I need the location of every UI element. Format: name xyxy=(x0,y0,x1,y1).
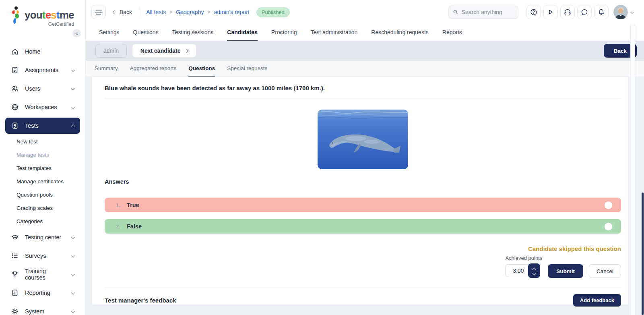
scrollbar-thumb[interactable] xyxy=(642,193,644,315)
chevron-up-icon xyxy=(71,124,75,128)
sidebar-item-tests[interactable]: Tests xyxy=(5,118,80,134)
answer-number: 1. xyxy=(116,202,127,208)
breadcrumb-admins-report[interactable]: admin's report xyxy=(214,9,249,15)
divider xyxy=(105,98,621,99)
chevron-down-icon xyxy=(71,253,75,257)
brand-text: youtestme GetCertified xyxy=(25,6,74,27)
cancel-button[interactable]: Cancel xyxy=(589,264,621,278)
tour-play-button[interactable] xyxy=(543,5,558,19)
sidebar-item-surveys[interactable]: Surveys xyxy=(5,247,80,265)
sidebar-subitem-manage-certificates[interactable]: Manage certificates xyxy=(5,175,80,188)
sidebar-collapse-button[interactable]: « xyxy=(72,29,81,37)
home-icon xyxy=(11,48,19,56)
grading-controls: Achieved points Submit Cancel xyxy=(105,255,621,278)
subtab-aggregated-reports[interactable]: Aggregated reports xyxy=(130,61,177,77)
answer-row-false[interactable]: 2. False xyxy=(105,219,621,234)
breadcrumb-back[interactable]: Back xyxy=(120,9,132,15)
app-root: youtestme GetCertified « Home Assignment… xyxy=(0,0,644,315)
tab-rescheduling-requests[interactable]: Rescheduling requests xyxy=(371,24,428,41)
chevron-down-icon xyxy=(71,309,75,313)
sidebar-item-label: Users xyxy=(25,85,40,92)
question-text: Blue whale sounds have been detected as … xyxy=(105,77,621,91)
sidebar-subitem-manage-tests[interactable]: Manage tests xyxy=(5,148,80,162)
report-subtabs: Summary Aggregated reports Questions Spe… xyxy=(86,61,644,77)
sidebar-subitem-grading-scales[interactable]: Grading scales xyxy=(5,201,80,215)
help-button[interactable] xyxy=(526,5,541,19)
tab-questions[interactable]: Questions xyxy=(133,24,159,41)
notifications-button[interactable] xyxy=(594,5,609,19)
answers-heading: Answers xyxy=(105,178,621,185)
next-candidate-button[interactable]: Next candidate xyxy=(132,44,196,58)
subtab-special-requests[interactable]: Special requests xyxy=(227,61,267,77)
chevron-down-icon xyxy=(71,68,75,72)
graduation-cap-icon xyxy=(11,233,19,241)
sidebar-item-testing-center[interactable]: Testing center xyxy=(5,228,80,247)
sidebar-item-training-courses[interactable]: Training courses xyxy=(5,265,80,284)
sidebar-subitem-test-templates[interactable]: Test templates xyxy=(5,162,80,175)
sidebar-item-reporting[interactable]: Reporting xyxy=(5,284,80,302)
chevron-down-icon xyxy=(71,235,75,239)
sidebar: youtestme GetCertified « Home Assignment… xyxy=(0,0,86,315)
globe-icon xyxy=(11,103,19,111)
tab-reports[interactable]: Reports xyxy=(442,24,462,41)
breadcrumb-geography[interactable]: Geography xyxy=(176,9,204,15)
answer-radio[interactable] xyxy=(605,201,612,209)
sidebar-item-label: Workspaces xyxy=(25,104,57,110)
sidebar-item-assignments[interactable]: Assignments xyxy=(5,61,80,79)
breadcrumb-all-tests[interactable]: All tests xyxy=(146,9,166,15)
support-button[interactable] xyxy=(560,5,575,19)
achieved-points-label: Achieved points xyxy=(505,255,542,261)
sidebar-item-label: Testing center xyxy=(25,234,61,240)
sidebar-item-workspaces[interactable]: Workspaces xyxy=(5,98,80,116)
sidebar-subitem-categories[interactable]: Categories xyxy=(5,215,80,228)
play-icon xyxy=(547,8,555,16)
sidebar-item-system[interactable]: System xyxy=(5,302,80,315)
points-stepper[interactable] xyxy=(528,263,540,278)
gear-icon xyxy=(11,307,19,315)
sidebar-item-label: Surveys xyxy=(25,253,46,259)
scrollbar-track[interactable] xyxy=(630,24,635,315)
top-header: Back All tests > Geography > admin's rep… xyxy=(86,0,644,24)
global-search[interactable] xyxy=(448,6,518,19)
chevron-down-icon xyxy=(71,290,75,294)
breadcrumb: Back All tests > Geography > admin's rep… xyxy=(113,7,290,17)
points-input[interactable] xyxy=(505,264,529,277)
chat-icon xyxy=(580,8,588,16)
submit-button[interactable]: Submit xyxy=(548,264,583,278)
tab-candidates[interactable]: Candidates xyxy=(227,24,257,41)
search-input[interactable] xyxy=(462,9,514,15)
brand-logo: youtestme GetCertified xyxy=(0,0,85,27)
answer-number: 2. xyxy=(116,224,127,230)
chevron-down-icon xyxy=(71,272,75,276)
content-area: Blue whale sounds have been detected as … xyxy=(86,77,644,315)
tab-testing-sessions[interactable]: Testing sessions xyxy=(172,24,214,41)
menu-toggle-button[interactable] xyxy=(91,5,106,19)
avatar-menu-chevron-icon[interactable] xyxy=(630,10,634,14)
subtab-questions[interactable]: Questions xyxy=(188,61,215,77)
sidebar-subitem-new-test[interactable]: New test xyxy=(5,135,80,148)
avatar-photo xyxy=(613,5,628,19)
main-area: Back All tests > Geography > admin's rep… xyxy=(86,0,644,315)
sidebar-subitem-question-pools[interactable]: Question pools xyxy=(5,188,80,201)
user-avatar[interactable] xyxy=(613,5,628,19)
question-card: Blue whale sounds have been detected as … xyxy=(92,77,628,305)
tab-settings[interactable]: Settings xyxy=(99,24,120,41)
add-feedback-button[interactable]: Add feedback xyxy=(573,294,621,307)
tab-proctoring[interactable]: Proctoring xyxy=(271,24,297,41)
stepper-down-icon xyxy=(532,271,536,275)
status-badge: Published xyxy=(256,7,290,17)
report-chart-icon xyxy=(11,289,19,297)
sidebar-item-home[interactable]: Home xyxy=(5,42,80,61)
subtab-summary[interactable]: Summary xyxy=(95,61,118,77)
search-icon xyxy=(453,9,458,15)
sidebar-item-users[interactable]: Users xyxy=(5,79,80,98)
tab-test-administration[interactable]: Test administration xyxy=(311,24,358,41)
candidate-chip[interactable]: admin xyxy=(95,44,127,58)
answer-radio[interactable] xyxy=(605,223,612,230)
test-tabs: Settings Questions Testing sessions Cand… xyxy=(86,24,644,41)
answer-row-true[interactable]: 1. True xyxy=(105,198,621,212)
trophy-icon xyxy=(11,270,19,278)
chat-button[interactable] xyxy=(577,5,592,19)
sidebar-item-label: Reporting xyxy=(25,290,50,296)
sidebar-item-label: Training courses xyxy=(25,268,66,281)
